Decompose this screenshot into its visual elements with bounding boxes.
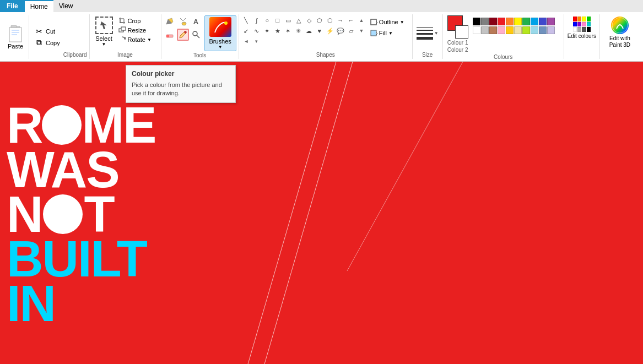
palette-cell[interactable] [498, 26, 505, 34]
palette-cell[interactable] [481, 26, 489, 34]
rect-tool[interactable]: □ [273, 15, 283, 25]
colour-picker-tooltip: Colour picker Pick a colour from the pic… [126, 65, 236, 103]
palette-cell[interactable] [506, 18, 514, 25]
callout-tool[interactable]: 💬 [336, 26, 345, 36]
colour2-box[interactable] [455, 25, 468, 39]
paste-label: Paste [8, 43, 23, 50]
paint3d-button[interactable]: Edit with Paint 3D [602, 15, 637, 50]
colours-label: Colours [445, 53, 561, 61]
rounded-rect-tool[interactable]: ▭ [283, 15, 293, 25]
svg-point-16 [184, 31, 186, 34]
palette-cell[interactable] [547, 18, 555, 25]
palette-cell[interactable] [522, 18, 530, 25]
diamond-tool[interactable]: ◇ [304, 15, 314, 25]
outline-button[interactable]: Outline ▼ [369, 18, 406, 26]
palette-cell[interactable] [481, 18, 489, 25]
fill-icon [370, 29, 377, 37]
clipboard-label: Clipboard [63, 51, 87, 59]
palette-cell[interactable] [531, 26, 538, 34]
cloud-tool[interactable]: ☁ [304, 26, 314, 36]
callout2-tool[interactable]: ▱ [346, 26, 356, 36]
rotate-button[interactable]: Rotate ▼ [116, 35, 154, 44]
cut-icon: ✂ [35, 27, 44, 36]
tooltip-text: Pick a colour from the picture and use i… [132, 81, 230, 98]
cut-button[interactable]: ✂ Cut [33, 26, 62, 36]
paste-button[interactable]: Paste [2, 15, 29, 59]
resize-button[interactable]: Resize [116, 26, 154, 35]
svg-point-13 [182, 22, 186, 25]
palette-cell[interactable] [514, 26, 522, 34]
text-tool[interactable]: A [190, 15, 202, 28]
heart-tool[interactable]: ♥ [315, 26, 325, 36]
palette-cell[interactable] [522, 26, 530, 34]
magnifier-tool[interactable] [190, 29, 202, 41]
fill-button[interactable]: Fill ▼ [369, 29, 406, 37]
star4-tool[interactable]: ✦ [262, 26, 272, 36]
star5-tool[interactable]: ★ [273, 26, 283, 36]
svg-rect-5 [12, 34, 17, 35]
lightning-tool[interactable]: ⚡ [325, 26, 335, 36]
svg-line-18 [197, 35, 199, 38]
paint3d-icon [611, 17, 629, 34]
canvas-area: R ME WAS N T BUILT IN [0, 62, 643, 364]
palette-cell[interactable] [489, 26, 497, 34]
crop-button[interactable]: Crop [116, 17, 154, 25]
palette-cell[interactable] [514, 18, 522, 25]
paste-icon [7, 25, 24, 43]
svg-rect-2 [11, 25, 17, 28]
hexagon-tool[interactable]: ⬡ [325, 15, 335, 25]
colour2-label: Colour 2 [447, 47, 468, 53]
palette-cell[interactable] [473, 18, 480, 25]
colour1-label: Colour 1 [447, 40, 468, 46]
palette-cell[interactable] [539, 26, 547, 34]
svg-line-25 [347, 62, 463, 271]
scroll-left[interactable]: ◄ [241, 36, 251, 46]
palette-cell[interactable] [473, 26, 480, 34]
svg-line-24 [264, 62, 353, 364]
star8-tool[interactable]: ✳ [294, 26, 304, 36]
palette-cell[interactable] [539, 18, 547, 25]
oval-tool[interactable]: ○ [262, 15, 272, 25]
view-menu[interactable]: View [53, 0, 79, 12]
size-selector[interactable]: ▼ [415, 27, 440, 40]
triangle-tool[interactable]: △ [294, 15, 304, 25]
file-menu[interactable]: File [0, 0, 25, 12]
home-menu[interactable]: Home [25, 0, 53, 12]
pencil-tool[interactable] [164, 15, 176, 28]
palette-cell[interactable] [531, 18, 538, 25]
svg-point-17 [193, 31, 197, 36]
paint3d-label: Edit with Paint 3D [603, 35, 636, 48]
canvas-content[interactable]: R ME WAS N T BUILT IN [0, 62, 643, 364]
arrow-right-tool[interactable]: → [336, 15, 345, 25]
svg-rect-4 [12, 32, 19, 33]
select-button[interactable]: Select ▼ [92, 15, 116, 48]
copy-button[interactable]: ⧉ Copy [33, 37, 62, 48]
scroll-expand[interactable]: ▾ [252, 36, 262, 46]
pentagon-tool[interactable]: ⬠ [315, 15, 325, 25]
tools-label: Tools [164, 51, 236, 59]
curve-tool[interactable]: ∫ [252, 15, 262, 25]
arrow-left-tool[interactable]: ← [346, 15, 356, 25]
fill-tool[interactable] [177, 15, 189, 28]
scroll-down[interactable]: ▼ [356, 26, 366, 36]
palette-cell[interactable] [498, 18, 505, 25]
palette-cell[interactable] [489, 18, 497, 25]
edit-colours-label: Edit colours [568, 33, 596, 40]
palette-cell[interactable] [547, 26, 555, 34]
rotate-icon [118, 36, 126, 44]
tooltip-title: Colour picker [132, 70, 230, 78]
star6-tool[interactable]: ✶ [283, 26, 293, 36]
color-picker-tool[interactable] [177, 29, 189, 41]
eraser-tool[interactable] [164, 29, 176, 41]
arrow-down-tool[interactable]: ↙ [241, 26, 251, 36]
freeform-tool[interactable]: ∿ [252, 26, 262, 36]
select-icon [95, 17, 113, 34]
svg-rect-11 [121, 27, 126, 30]
brushes-button[interactable]: Brushes ▼ [204, 15, 236, 51]
palette-cell[interactable] [506, 26, 514, 34]
line-tool[interactable]: ╲ [241, 15, 251, 25]
svg-rect-15 [166, 35, 169, 37]
scroll-up[interactable]: ▲ [356, 15, 366, 25]
image-label: Image [92, 51, 159, 59]
edit-colours-button[interactable]: Edit colours [566, 15, 597, 41]
